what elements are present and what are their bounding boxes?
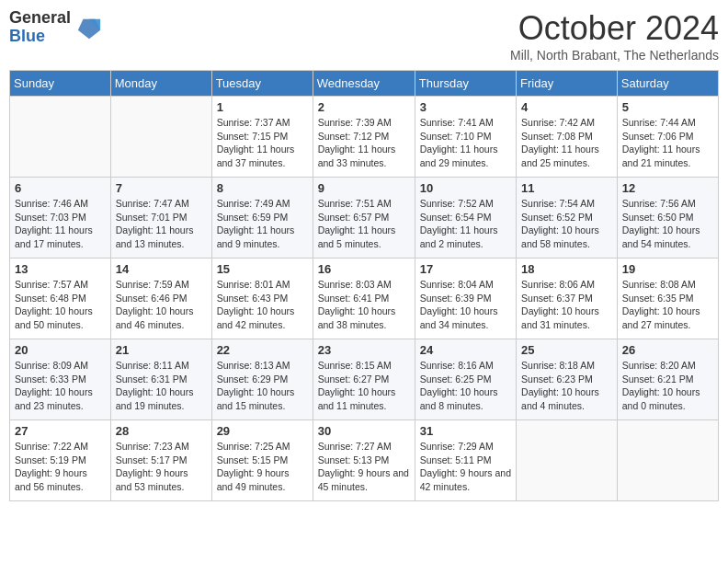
calendar-cell: 9Sunrise: 7:51 AM Sunset: 6:57 PM Daylig… bbox=[313, 178, 415, 259]
day-detail: Sunrise: 7:23 AM Sunset: 5:17 PM Dayligh… bbox=[116, 440, 207, 494]
day-number: 10 bbox=[420, 181, 511, 195]
day-detail: Sunrise: 7:42 AM Sunset: 7:08 PM Dayligh… bbox=[521, 116, 612, 170]
day-detail: Sunrise: 8:13 AM Sunset: 6:29 PM Dayligh… bbox=[217, 359, 308, 413]
day-number: 17 bbox=[420, 262, 511, 276]
calendar-cell: 12Sunrise: 7:56 AM Sunset: 6:50 PM Dayli… bbox=[617, 178, 718, 259]
weekday-header: Friday bbox=[517, 71, 618, 97]
calendar-cell bbox=[10, 97, 111, 178]
location-subtitle: Mill, North Brabant, The Netherlands bbox=[510, 48, 719, 63]
calendar-cell: 26Sunrise: 8:20 AM Sunset: 6:21 PM Dayli… bbox=[617, 339, 718, 420]
month-title: October 2024 bbox=[510, 9, 719, 48]
day-number: 26 bbox=[622, 343, 713, 357]
day-detail: Sunrise: 8:06 AM Sunset: 6:37 PM Dayligh… bbox=[521, 278, 612, 332]
day-number: 7 bbox=[116, 181, 207, 195]
day-number: 3 bbox=[420, 100, 511, 114]
calendar-cell: 14Sunrise: 7:59 AM Sunset: 6:46 PM Dayli… bbox=[110, 259, 211, 339]
calendar-cell: 17Sunrise: 8:04 AM Sunset: 6:39 PM Dayli… bbox=[415, 259, 516, 339]
title-section: October 2024 Mill, North Brabant, The Ne… bbox=[510, 9, 719, 63]
day-number: 18 bbox=[521, 262, 612, 276]
day-number: 31 bbox=[420, 424, 511, 438]
calendar-cell: 13Sunrise: 7:57 AM Sunset: 6:48 PM Dayli… bbox=[10, 259, 111, 339]
calendar-week-row: 13Sunrise: 7:57 AM Sunset: 6:48 PM Dayli… bbox=[10, 259, 719, 339]
day-detail: Sunrise: 8:20 AM Sunset: 6:21 PM Dayligh… bbox=[622, 359, 713, 413]
calendar-cell: 8Sunrise: 7:49 AM Sunset: 6:59 PM Daylig… bbox=[211, 178, 313, 259]
calendar-cell: 19Sunrise: 8:08 AM Sunset: 6:35 PM Dayli… bbox=[617, 259, 718, 339]
day-detail: Sunrise: 7:47 AM Sunset: 7:01 PM Dayligh… bbox=[116, 197, 207, 251]
day-detail: Sunrise: 7:46 AM Sunset: 7:03 PM Dayligh… bbox=[15, 197, 106, 251]
calendar-cell: 15Sunrise: 8:01 AM Sunset: 6:43 PM Dayli… bbox=[211, 259, 313, 339]
weekday-header: Wednesday bbox=[313, 71, 415, 97]
calendar-cell: 3Sunrise: 7:41 AM Sunset: 7:10 PM Daylig… bbox=[415, 97, 516, 178]
weekday-header: Sunday bbox=[10, 71, 111, 97]
day-number: 23 bbox=[318, 343, 410, 357]
day-detail: Sunrise: 7:57 AM Sunset: 6:48 PM Dayligh… bbox=[15, 278, 106, 332]
calendar-cell: 11Sunrise: 7:54 AM Sunset: 6:52 PM Dayli… bbox=[517, 178, 618, 259]
day-number: 29 bbox=[217, 424, 308, 438]
calendar-cell: 21Sunrise: 8:11 AM Sunset: 6:31 PM Dayli… bbox=[110, 339, 211, 420]
calendar-cell: 4Sunrise: 7:42 AM Sunset: 7:08 PM Daylig… bbox=[517, 97, 618, 178]
calendar-cell bbox=[617, 420, 718, 501]
calendar-cell: 30Sunrise: 7:27 AM Sunset: 5:13 PM Dayli… bbox=[313, 420, 415, 501]
day-detail: Sunrise: 8:04 AM Sunset: 6:39 PM Dayligh… bbox=[420, 278, 511, 332]
day-detail: Sunrise: 8:01 AM Sunset: 6:43 PM Dayligh… bbox=[217, 278, 308, 332]
weekday-header: Thursday bbox=[415, 71, 516, 97]
day-detail: Sunrise: 7:39 AM Sunset: 7:12 PM Dayligh… bbox=[318, 116, 410, 170]
day-number: 16 bbox=[318, 262, 410, 276]
calendar-cell: 2Sunrise: 7:39 AM Sunset: 7:12 PM Daylig… bbox=[313, 97, 415, 178]
day-number: 5 bbox=[622, 100, 713, 114]
day-number: 22 bbox=[217, 343, 308, 357]
logo-blue-text: Blue bbox=[9, 28, 71, 46]
calendar-cell: 5Sunrise: 7:44 AM Sunset: 7:06 PM Daylig… bbox=[617, 97, 718, 178]
calendar-cell: 10Sunrise: 7:52 AM Sunset: 6:54 PM Dayli… bbox=[415, 178, 516, 259]
day-number: 11 bbox=[521, 181, 612, 195]
day-number: 28 bbox=[116, 424, 207, 438]
calendar-week-row: 27Sunrise: 7:22 AM Sunset: 5:19 PM Dayli… bbox=[10, 420, 719, 501]
day-detail: Sunrise: 8:15 AM Sunset: 6:27 PM Dayligh… bbox=[318, 359, 410, 413]
calendar-week-row: 20Sunrise: 8:09 AM Sunset: 6:33 PM Dayli… bbox=[10, 339, 719, 420]
day-detail: Sunrise: 7:37 AM Sunset: 7:15 PM Dayligh… bbox=[217, 116, 308, 170]
logo-general-text: General bbox=[9, 9, 71, 28]
day-detail: Sunrise: 7:44 AM Sunset: 7:06 PM Dayligh… bbox=[622, 116, 713, 170]
calendar-cell: 29Sunrise: 7:25 AM Sunset: 5:15 PM Dayli… bbox=[211, 420, 313, 501]
day-number: 8 bbox=[217, 181, 308, 195]
calendar-cell bbox=[110, 97, 211, 178]
calendar-cell: 18Sunrise: 8:06 AM Sunset: 6:37 PM Dayli… bbox=[517, 259, 618, 339]
day-number: 13 bbox=[15, 262, 106, 276]
day-number: 14 bbox=[116, 262, 207, 276]
day-detail: Sunrise: 7:25 AM Sunset: 5:15 PM Dayligh… bbox=[217, 440, 308, 494]
day-detail: Sunrise: 7:56 AM Sunset: 6:50 PM Dayligh… bbox=[622, 197, 713, 251]
weekday-header: Monday bbox=[110, 71, 211, 97]
day-detail: Sunrise: 8:08 AM Sunset: 6:35 PM Dayligh… bbox=[622, 278, 713, 332]
calendar-cell: 7Sunrise: 7:47 AM Sunset: 7:01 PM Daylig… bbox=[110, 178, 211, 259]
day-detail: Sunrise: 8:16 AM Sunset: 6:25 PM Dayligh… bbox=[420, 359, 511, 413]
day-detail: Sunrise: 7:41 AM Sunset: 7:10 PM Dayligh… bbox=[420, 116, 511, 170]
calendar-cell: 20Sunrise: 8:09 AM Sunset: 6:33 PM Dayli… bbox=[10, 339, 111, 420]
calendar-header-row: SundayMondayTuesdayWednesdayThursdayFrid… bbox=[10, 71, 719, 97]
day-number: 27 bbox=[15, 424, 106, 438]
day-detail: Sunrise: 7:54 AM Sunset: 6:52 PM Dayligh… bbox=[521, 197, 612, 251]
page-header: General Blue October 2024 Mill, North Br… bbox=[9, 9, 719, 63]
calendar-cell: 28Sunrise: 7:23 AM Sunset: 5:17 PM Dayli… bbox=[110, 420, 211, 501]
day-detail: Sunrise: 8:09 AM Sunset: 6:33 PM Dayligh… bbox=[15, 359, 106, 413]
day-detail: Sunrise: 7:51 AM Sunset: 6:57 PM Dayligh… bbox=[318, 197, 410, 251]
day-number: 19 bbox=[622, 262, 713, 276]
day-number: 15 bbox=[217, 262, 308, 276]
logo-icon bbox=[76, 15, 102, 40]
calendar-cell: 24Sunrise: 8:16 AM Sunset: 6:25 PM Dayli… bbox=[415, 339, 516, 420]
day-detail: Sunrise: 8:11 AM Sunset: 6:31 PM Dayligh… bbox=[116, 359, 207, 413]
day-number: 9 bbox=[318, 181, 410, 195]
calendar-cell: 6Sunrise: 7:46 AM Sunset: 7:03 PM Daylig… bbox=[10, 178, 111, 259]
day-detail: Sunrise: 8:18 AM Sunset: 6:23 PM Dayligh… bbox=[521, 359, 612, 413]
day-number: 24 bbox=[420, 343, 511, 357]
calendar-cell: 31Sunrise: 7:29 AM Sunset: 5:11 PM Dayli… bbox=[415, 420, 516, 501]
calendar-table: SundayMondayTuesdayWednesdayThursdayFrid… bbox=[9, 70, 719, 501]
day-detail: Sunrise: 7:49 AM Sunset: 6:59 PM Dayligh… bbox=[217, 197, 308, 251]
day-number: 20 bbox=[15, 343, 106, 357]
calendar-cell: 23Sunrise: 8:15 AM Sunset: 6:27 PM Dayli… bbox=[313, 339, 415, 420]
day-number: 2 bbox=[318, 100, 410, 114]
day-detail: Sunrise: 7:59 AM Sunset: 6:46 PM Dayligh… bbox=[116, 278, 207, 332]
weekday-header: Saturday bbox=[617, 71, 718, 97]
logo: General Blue bbox=[9, 9, 102, 46]
day-detail: Sunrise: 7:27 AM Sunset: 5:13 PM Dayligh… bbox=[318, 440, 410, 494]
calendar-cell: 22Sunrise: 8:13 AM Sunset: 6:29 PM Dayli… bbox=[211, 339, 313, 420]
